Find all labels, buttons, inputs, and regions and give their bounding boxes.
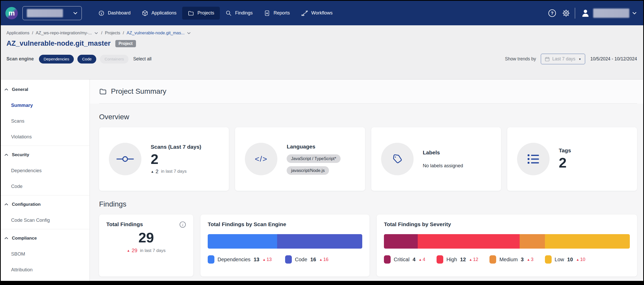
engine-pill-dependencies[interactable]: Dependencies — [39, 55, 74, 64]
trend-period-dropdown[interactable]: Last 7 days ▼ — [541, 54, 585, 64]
legend-swatch — [489, 255, 496, 264]
engine-stacked-bar — [208, 234, 362, 249]
workflows-icon — [301, 10, 308, 16]
user-avatar[interactable] — [581, 9, 590, 18]
breadcrumb-applications[interactable]: Applications — [6, 30, 29, 35]
nav-reports[interactable]: Reports — [258, 7, 295, 20]
chevron-down-icon[interactable] — [94, 32, 98, 34]
breadcrumb-project-name[interactable]: AZ_vulnerable-node.git_mas... — [127, 30, 185, 35]
sidebar-section-general[interactable]: General — [1, 82, 90, 97]
sidebar-section-configuration[interactable]: Configuration — [1, 196, 90, 212]
nav-label: Projects — [197, 10, 214, 16]
app-window: m Dashboard Applications Projects Findin… — [0, 0, 644, 285]
legend-item-high: High 12 ▲12 — [437, 255, 478, 264]
trend-up-icon: ▲ — [151, 170, 154, 173]
legend-item-low: Low 10 ▲10 — [545, 255, 585, 264]
help-button[interactable]: ? — [547, 8, 557, 18]
trend-up-icon: ▲ — [469, 258, 472, 262]
bar-segment-code — [277, 234, 362, 249]
breadcrumb: Applications / AZ_ws-repo-integration/my… — [6, 30, 637, 35]
user-menu-chevron-icon[interactable] — [632, 12, 637, 14]
sidebar-item-scans[interactable]: Scans — [1, 113, 90, 129]
severity-stacked-bar — [384, 234, 630, 249]
org-name-redacted — [27, 9, 63, 17]
sidebar-item-code-scan-config[interactable]: Code Scan Config — [1, 212, 90, 228]
total-findings-card: Total Findings i 29 ▲ 29 in last 7 days — [99, 215, 193, 276]
nav-workflows[interactable]: Workflows — [295, 7, 338, 20]
scans-icon-circle — [109, 143, 141, 175]
sidebar-item-code[interactable]: Code — [1, 178, 90, 194]
card-title: Languages — [287, 144, 341, 150]
card-title: Total Findings by Scan Engine — [208, 221, 286, 227]
labels-empty-text: No labels assigned — [423, 163, 463, 169]
card-title: Total Findings by Severity — [384, 221, 451, 227]
dropdown-caret-icon: ▼ — [578, 58, 581, 61]
trend-up-icon: ▲ — [319, 258, 323, 262]
sidebar-divider — [1, 146, 90, 146]
nav-label: Findings — [235, 10, 253, 16]
trend-date-range: 10/5/2024 - 10/12/2024 — [590, 56, 637, 62]
chevron-up-icon — [4, 203, 8, 205]
scans-count: 2 — [151, 151, 201, 167]
findings-by-severity-card: Total Findings by Severity Critical 4 ▲4 — [377, 215, 637, 276]
chevron-up-icon — [4, 88, 8, 91]
scans-trend-value: 2 — [156, 169, 158, 175]
username-redacted — [593, 9, 629, 18]
svg-text:i: i — [182, 223, 183, 227]
sidebar-item-violations[interactable]: Violations — [1, 129, 90, 145]
nav-findings[interactable]: Findings — [220, 7, 258, 20]
engine-pill-containers[interactable]: Containers — [100, 55, 128, 64]
card-title: Total Findings — [106, 221, 143, 227]
sidebar-item-summary[interactable]: Summary — [1, 97, 90, 113]
sidebar-item-dependencies[interactable]: Dependencies — [1, 163, 90, 178]
sidebar-item-attribution[interactable]: Attribution — [1, 262, 90, 278]
select-all-link[interactable]: Select all — [133, 56, 151, 62]
sidebar-section-compliance[interactable]: Compliance — [1, 230, 90, 246]
nav-projects[interactable]: Projects — [182, 7, 220, 20]
nav-label: Reports — [273, 10, 290, 16]
languages-icon-circle: </> — [245, 143, 277, 175]
breadcrumb-application-name[interactable]: AZ_ws-repo-integration/my-... — [36, 30, 92, 35]
bar-segment-high — [418, 234, 519, 249]
left-sidebar: General Summary Scans Violations Securit… — [1, 80, 90, 281]
chevron-down-icon — [73, 12, 77, 14]
main-panel: Project Summary Overview Scans (Last 7 d… — [90, 80, 643, 281]
legend-swatch — [208, 255, 214, 264]
topbar-right-cluster: ? — [547, 8, 637, 19]
scans-card: Scans (Last 7 days) 2 ▲ 2 in last 7 days — [99, 127, 229, 191]
list-icon — [527, 154, 540, 164]
legend-swatch — [437, 255, 443, 264]
nav-applications[interactable]: Applications — [136, 7, 182, 20]
settings-button[interactable] — [561, 8, 571, 18]
info-icon[interactable]: i — [179, 221, 186, 228]
nav-label: Applications — [151, 10, 176, 16]
org-selector-dropdown[interactable] — [22, 6, 82, 20]
chevron-down-icon[interactable] — [187, 32, 191, 34]
sidebar-item-sbom[interactable]: SBOM — [1, 246, 90, 262]
chevron-up-icon — [4, 154, 8, 156]
total-findings-count: 29 — [106, 229, 186, 246]
dashboard-icon — [98, 10, 104, 16]
bar-segment-medium — [520, 234, 545, 249]
language-pill: JavaScript / TypeScript* — [287, 154, 341, 163]
gear-icon — [562, 9, 570, 18]
engine-pill-code[interactable]: Code — [77, 55, 96, 64]
nav-label: Workflows — [311, 10, 333, 16]
total-findings-trend-suffix: in last 7 days — [140, 248, 165, 253]
nav-dashboard[interactable]: Dashboard — [93, 7, 136, 20]
findings-search-icon — [226, 10, 232, 16]
breadcrumb-projects[interactable]: Projects — [105, 30, 120, 35]
logo-letter: m — [9, 9, 15, 17]
languages-card: </> Languages JavaScript / TypeScript* j… — [235, 127, 365, 191]
scan-engine-toggle-group: Dependencies Code Containers — [39, 55, 128, 64]
tags-icon-circle — [517, 143, 550, 175]
page-title: AZ_vulnerable-node.git_master — [6, 39, 111, 48]
mend-logo[interactable]: m — [5, 7, 18, 19]
sidebar-section-security[interactable]: Security — [1, 147, 90, 163]
sidebar-divider — [1, 195, 90, 195]
severity-legend: Critical 4 ▲4 High 12 ▲12 — [384, 255, 630, 264]
labels-card: Labels No labels assigned — [371, 127, 501, 191]
tags-count: 2 — [559, 155, 571, 171]
language-pill: javascript/Node.js — [287, 166, 329, 175]
legend-item-code: Code 16 ▲16 — [285, 255, 328, 264]
